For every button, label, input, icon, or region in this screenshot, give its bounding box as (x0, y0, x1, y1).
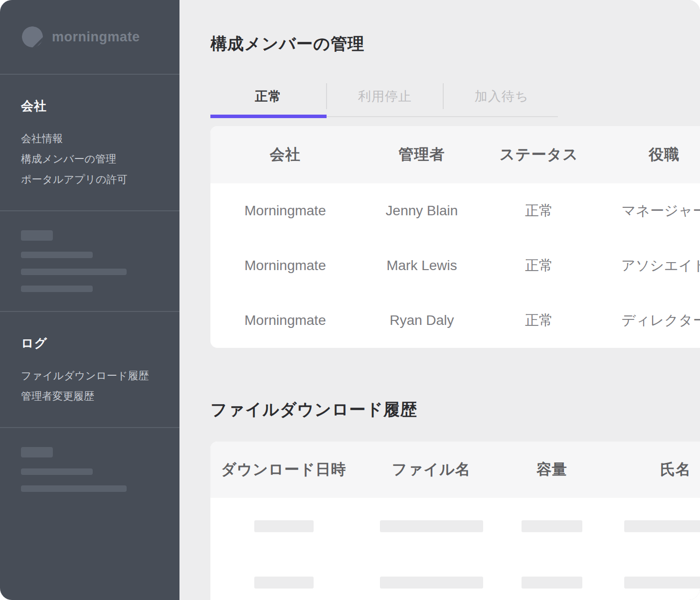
logo-text: morningmate (52, 29, 140, 45)
column-header-admin: 管理者 (360, 145, 484, 165)
cell-role: アソシエイト (594, 256, 700, 275)
skeleton-bar (21, 230, 53, 241)
cell-status: 正常 (484, 256, 594, 275)
sidebar-item-member-management[interactable]: 構成メンバーの管理 (21, 149, 170, 169)
skeleton-bar (254, 520, 314, 532)
column-header-name: 氏名 (598, 459, 700, 480)
cell-admin: Jenny Blain (360, 203, 484, 219)
sidebar-skeleton-group-1 (0, 211, 179, 312)
skeleton-bar (522, 520, 582, 532)
sidebar-item-company-info[interactable]: 会社情報 (21, 128, 170, 149)
members-table: 会社 管理者 ステータス 役職 Morningmate Jenny Blain … (210, 126, 700, 348)
cell-role: ディレクター (594, 311, 700, 330)
skeleton-bar (624, 577, 700, 589)
active-tab-underline (210, 115, 327, 118)
downloads-table: ダウンロード日時 ファイル名 容量 氏名 (210, 442, 700, 600)
cell-status: 正常 (484, 201, 594, 220)
skeleton-bar (380, 577, 483, 589)
sidebar-heading-log: ログ (21, 335, 170, 351)
tab-pending[interactable]: 加入待ち (444, 88, 559, 105)
sidebar-item-admin-change-history[interactable]: 管理者変更履歴 (21, 386, 170, 406)
sidebar-item-portal-app-permission[interactable]: ポータルアプリの許可 (21, 169, 170, 189)
column-header-download-datetime: ダウンロード日時 (210, 459, 357, 480)
table-row[interactable]: Morningmate Ryan Daly 正常 ディレクター (210, 293, 700, 348)
downloads-section-title: ファイルダウンロード履歴 (210, 399, 700, 421)
skeleton-bar (21, 286, 93, 292)
cell-company: Morningmate (210, 312, 360, 328)
sidebar: morningmate 会社 会社情報 構成メンバーの管理 ポータルアプリの許可… (0, 0, 179, 600)
app-window: morningmate 会社 会社情報 構成メンバーの管理 ポータルアプリの許可… (0, 0, 700, 600)
column-header-size: 容量 (506, 459, 598, 480)
tab-baseline (327, 116, 558, 117)
page-title: 構成メンバーの管理 (210, 33, 700, 55)
main-content: 構成メンバーの管理 正常 利用停止 加入待ち 会社 管理者 ステータス 役職 M… (179, 0, 700, 600)
cell-admin: Ryan Daly (360, 312, 484, 328)
skeleton-bar (21, 485, 127, 492)
sidebar-heading-company: 会社 (21, 98, 170, 114)
cell-company: Morningmate (210, 203, 360, 219)
logo: morningmate (0, 0, 179, 75)
table-row[interactable]: Morningmate Mark Lewis 正常 アソシエイト (210, 238, 700, 293)
cell-status: 正常 (484, 311, 594, 330)
members-table-header-row: 会社 管理者 ステータス 役職 (210, 126, 700, 183)
table-row-placeholder (210, 554, 700, 600)
morningmate-logo-icon (21, 25, 44, 48)
sidebar-section-company: 会社 会社情報 構成メンバーの管理 ポータルアプリの許可 (0, 75, 179, 211)
column-header-role: 役職 (594, 145, 700, 165)
column-header-filename: ファイル名 (357, 459, 506, 480)
sidebar-skeleton-group-2 (0, 428, 179, 511)
skeleton-bar (21, 447, 53, 457)
skeleton-bar (522, 577, 582, 589)
cell-admin: Mark Lewis (360, 258, 484, 274)
skeleton-bar (380, 520, 483, 532)
table-row[interactable]: Morningmate Jenny Blain 正常 マネージャー (210, 183, 700, 238)
cell-company: Morningmate (210, 258, 360, 274)
downloads-table-header-row: ダウンロード日時 ファイル名 容量 氏名 (210, 442, 700, 498)
skeleton-bar (21, 269, 127, 275)
sidebar-section-log: ログ ファイルダウンロード履歴 管理者変更履歴 (0, 312, 179, 428)
tab-bar: 正常 利用停止 加入待ち (210, 82, 559, 118)
skeleton-bar (254, 577, 314, 589)
column-header-company: 会社 (210, 145, 360, 165)
tab-normal[interactable]: 正常 (210, 88, 326, 105)
skeleton-bar (21, 252, 93, 258)
tab-suspended[interactable]: 利用停止 (327, 88, 443, 105)
sidebar-item-file-download-history[interactable]: ファイルダウンロード履歴 (21, 365, 170, 386)
skeleton-bar (21, 468, 93, 475)
skeleton-bar (624, 520, 700, 532)
column-header-status: ステータス (484, 145, 594, 165)
table-row-placeholder (210, 498, 700, 554)
cell-role: マネージャー (594, 201, 700, 220)
